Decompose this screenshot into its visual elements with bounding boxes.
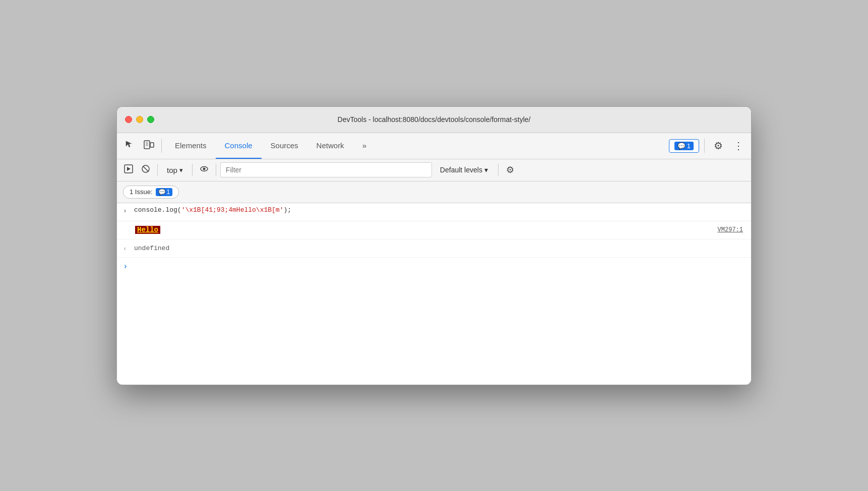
toolbar-right: 💬 1 ⚙ ⋮ [669, 137, 747, 154]
more-icon: ⋮ [733, 140, 743, 152]
issues-badge-button[interactable]: 💬 1 [669, 139, 699, 153]
console-toolbar: top ▾ Default levels ▾ ⚙ [117, 159, 751, 181]
svg-rect-2 [150, 143, 154, 147]
minimize-button[interactable] [136, 116, 143, 123]
chat-icon: 💬 [677, 142, 686, 150]
vm-link[interactable]: VM297:1 [718, 226, 743, 233]
inspect-element-button[interactable] [121, 137, 138, 154]
ban-icon [141, 164, 150, 175]
return-arrow-icon: ‹ [123, 245, 130, 253]
clear-console-button[interactable] [138, 162, 153, 177]
expand-arrow-icon[interactable]: › [123, 207, 130, 215]
console-divider-3 [216, 164, 216, 176]
filter-input[interactable] [220, 162, 432, 177]
run-icon [124, 164, 133, 175]
maximize-button[interactable] [147, 116, 154, 123]
svg-line-6 [143, 166, 149, 172]
device-toggle-button[interactable] [140, 137, 157, 154]
tab-network[interactable]: Network [307, 133, 353, 159]
console-divider-4 [498, 164, 499, 176]
console-input-row[interactable]: › [117, 258, 751, 276]
more-menu-button[interactable]: ⋮ [730, 137, 747, 154]
console-log-row[interactable]: › console.log('\x1B[41;93;4mHello\x1B[m'… [117, 203, 751, 221]
tab-sources[interactable]: Sources [262, 133, 307, 159]
console-string-value: '\x1B[41;93;4mHello\x1B[m' [181, 206, 284, 214]
console-divider-2 [192, 164, 193, 176]
console-undefined-row: ‹ undefined [117, 239, 751, 258]
console-content: › console.log('\x1B[41;93;4mHello\x1B[m'… [117, 203, 751, 385]
console-prompt-icon: › [123, 262, 128, 271]
live-expressions-button[interactable] [197, 162, 212, 177]
console-output-row: Hello VM297:1 [117, 221, 751, 239]
device-icon [143, 139, 154, 153]
undefined-value: undefined [134, 244, 169, 252]
console-settings-button[interactable]: ⚙ [503, 162, 518, 177]
divider-1 [161, 139, 162, 153]
settings-button[interactable]: ⚙ [710, 137, 727, 154]
log-levels-dropdown[interactable]: Default levels ▾ [434, 164, 494, 176]
console-log-code: console.log('\x1B[41;93;4mHello\x1B[m'); [134, 206, 745, 214]
tab-elements[interactable]: Elements [166, 133, 216, 159]
run-script-button[interactable] [121, 162, 136, 177]
title-bar: DevTools - localhost:8080/docs/devtools/… [117, 107, 751, 133]
levels-dropdown-icon: ▾ [484, 166, 488, 174]
tab-console[interactable]: Console [216, 133, 262, 159]
divider-2 [704, 139, 705, 153]
issues-pill-icon: 💬 1 [156, 188, 173, 196]
devtools-window: DevTools - localhost:8080/docs/devtools/… [116, 106, 752, 385]
traffic-lights [125, 116, 154, 123]
console-divider-1 [157, 164, 158, 176]
close-button[interactable] [125, 116, 132, 123]
svg-rect-1 [146, 142, 148, 146]
svg-point-8 [203, 168, 205, 170]
issues-badge-icon: 💬 1 [674, 142, 694, 150]
console-gear-icon: ⚙ [506, 164, 514, 175]
tab-more[interactable]: » [353, 133, 376, 159]
gear-icon: ⚙ [714, 140, 723, 152]
dropdown-chevron-icon: ▾ [179, 166, 183, 174]
issues-chat-icon: 💬 [158, 189, 166, 196]
hello-output: Hello [135, 226, 160, 234]
inspect-icon [124, 139, 135, 153]
main-tabs: Elements Console Sources Network » [166, 133, 667, 159]
main-toolbar: Elements Console Sources Network » 💬 1 [117, 133, 751, 159]
svg-marker-4 [127, 167, 131, 171]
window-title: DevTools - localhost:8080/docs/devtools/… [338, 115, 531, 124]
issues-bar: 1 Issue: 💬 1 [117, 181, 751, 203]
context-selector[interactable]: top ▾ [162, 164, 188, 176]
eye-icon [200, 164, 209, 175]
issues-pill[interactable]: 1 Issue: 💬 1 [123, 186, 179, 199]
